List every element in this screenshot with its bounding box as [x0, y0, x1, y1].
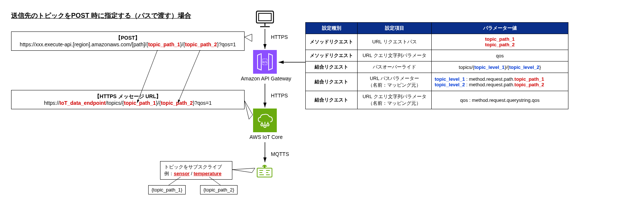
svg-point-12: [267, 124, 269, 126]
svg-point-18: [264, 166, 265, 167]
cell-type: 結合リクエスト: [306, 91, 358, 109]
mqtts-label: MQTTS: [271, 151, 289, 157]
iotcore-label: AWS IoT Core: [245, 134, 288, 140]
apigw-label: Amazon API Gateway: [236, 76, 296, 81]
svg-rect-1: [259, 13, 271, 21]
subscribe-line1: トピックをサブスクライブ: [164, 164, 228, 170]
https-msg-header: 【HTTPS メッセージ URL】: [16, 93, 240, 100]
config-table: 設定種別 設定項目 パラメーター値 メソッドリクエスト URL リクエストパス …: [305, 22, 568, 109]
svg-rect-6: [263, 59, 267, 65]
iot-core-icon: [253, 109, 277, 132]
svg-point-11: [264, 125, 266, 127]
client-icon: [256, 11, 273, 27]
cell-type: メソッドリクエスト: [306, 50, 358, 61]
cell-item: URL リクエストパス: [358, 34, 432, 50]
cell-value: topic_path_1topic_path_2: [432, 34, 568, 50]
cell-type: 結合リクエスト: [306, 61, 358, 73]
table-header-row: 設定種別 設定項目 パラメーター値: [306, 23, 568, 34]
iot-device-icon: [257, 165, 272, 177]
subscribe-line2: 例：sensor / temperature: [164, 170, 228, 177]
cell-item: URL パスパラメーター（名前：マッピング元）: [358, 73, 432, 91]
table-row: メソッドリクエスト URL クエリ文字列パラメータ qos: [306, 50, 568, 61]
svg-point-10: [261, 124, 263, 126]
https-label-2: HTTPS: [271, 93, 288, 99]
api-gateway-icon: </>: [253, 50, 277, 74]
table-row: 結合リクエスト URL クエリ文字列パラメータ（名前：マッピング元） qos :…: [306, 91, 568, 109]
cell-item: URL クエリ文字列パラメータ: [358, 50, 432, 61]
post-url-box: 【POST】 https://xxx.execute-api.[region].…: [11, 31, 245, 51]
post-header: 【POST】: [16, 35, 240, 41]
topic-path-1-tag: {topic_path_1}: [148, 185, 186, 194]
svg-rect-17: [257, 168, 272, 177]
cell-value: qos: [432, 50, 568, 61]
th-type: 設定種別: [306, 23, 358, 34]
table-row: 結合リクエスト パスオーバーライド topics/{topic_level_1}…: [306, 61, 568, 73]
th-value: パラメーター値: [432, 23, 568, 34]
svg-rect-0: [256, 11, 273, 23]
th-item: 設定項目: [358, 23, 432, 34]
svg-text:</>: </>: [262, 60, 267, 64]
cell-item: URL クエリ文字列パラメータ（名前：マッピング元）: [358, 91, 432, 109]
cell-type: 結合リクエスト: [306, 73, 358, 91]
topic-path-2-tag: {topic_path_2}: [200, 185, 238, 194]
cell-type: メソッドリクエスト: [306, 34, 358, 50]
diagram-title: 送信先のトピックをPOST 時に指定する（パスで渡す）場合: [11, 11, 191, 20]
table-row: 結合リクエスト URL パスパラメーター（名前：マッピング元） topic_le…: [306, 73, 568, 91]
cell-value: topics/{topic_level_1}/{topic_level_2}: [432, 61, 568, 73]
https-msg-url-line: https://IoT_data_endpoint/topics/{topic_…: [16, 100, 240, 106]
svg-rect-9: [253, 109, 277, 132]
cell-value: qos : method.request.querystring.qos: [432, 91, 568, 109]
svg-rect-5: [253, 50, 277, 74]
https-msg-url-box: 【HTTPS メッセージ URL】 https://IoT_data_endpo…: [11, 90, 245, 109]
post-url-line: https://xxx.execute-api.[region].amazona…: [16, 41, 240, 47]
https-label-1: HTTPS: [271, 34, 288, 40]
subscribe-box: トピックをサブスクライブ 例：sensor / temperature: [160, 161, 232, 180]
cell-value: topic_level_1 : method.request.path.topi…: [432, 73, 568, 91]
cell-item: パスオーバーライド: [358, 61, 432, 73]
table-row: メソッドリクエスト URL リクエストパス topic_path_1topic_…: [306, 34, 568, 50]
